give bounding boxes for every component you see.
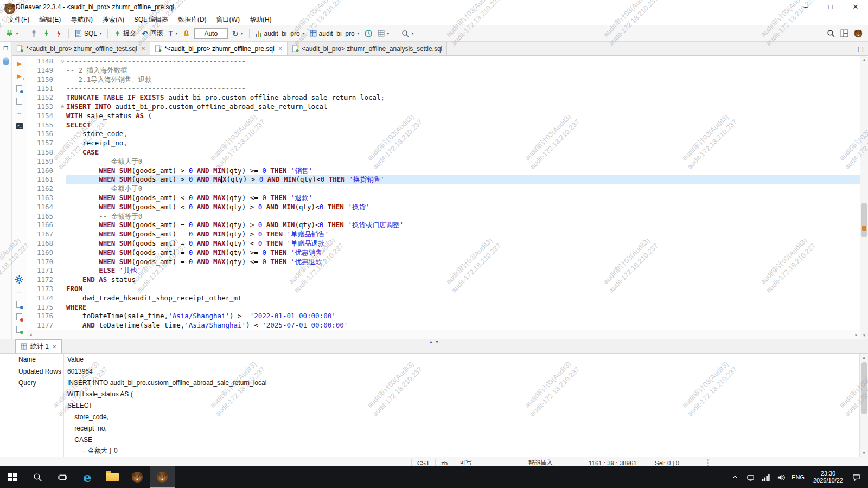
execute-new-tab-button[interactable] bbox=[15, 84, 24, 93]
commit-mode-select[interactable]: Auto bbox=[194, 28, 228, 39]
editor-tab-0[interactable]: *<audit_bi_pro> zhumr_offline_test.sql✕ bbox=[12, 42, 150, 55]
execute-statement-button[interactable]: ▶ bbox=[15, 59, 24, 68]
line-number[interactable]: 1161 bbox=[27, 175, 59, 184]
restore-view-icon[interactable]: ❐ bbox=[1, 44, 11, 53]
code-line[interactable]: 1168 WHEN SUM(goods_amt) = 0 AND MAX(qty… bbox=[27, 239, 860, 248]
sql-editor-button[interactable]: SQL ▾ bbox=[73, 29, 104, 38]
toolbar-search-button[interactable]: ▾ bbox=[399, 29, 416, 38]
maximize-window-button[interactable]: □ bbox=[818, 0, 843, 14]
sash-resize-handle[interactable]: ▲▼ bbox=[429, 339, 439, 344]
global-search-button[interactable] bbox=[825, 28, 837, 38]
more-actions-icon[interactable]: ⋯ bbox=[15, 109, 24, 118]
clear-script-button[interactable] bbox=[15, 312, 24, 321]
line-number[interactable]: 1163 bbox=[27, 194, 59, 203]
code-line[interactable]: 1161 WHEN SUM(goods_amt) > 0 AND MAX(qty… bbox=[27, 175, 860, 184]
open-console-button[interactable]: >_ bbox=[15, 121, 24, 130]
line-number[interactable]: 1173 bbox=[27, 285, 59, 294]
fold-collapse-icon[interactable]: ⊖ bbox=[59, 102, 66, 112]
scrollbar-thumb[interactable] bbox=[861, 362, 867, 414]
menu-item-4[interactable]: SQL 编辑器 bbox=[129, 14, 173, 25]
editor-settings-gear-icon[interactable] bbox=[15, 275, 24, 284]
code-line[interactable]: 1171 ELSE '其他' bbox=[27, 266, 860, 275]
code-line[interactable]: 1175WHERE bbox=[27, 303, 860, 312]
code-line[interactable]: 1177 AND toDateTime(sale_time,'Asia/Shan… bbox=[27, 321, 860, 330]
database-select[interactable]: audit_bi_pro ▾ bbox=[253, 29, 307, 38]
line-number[interactable]: 1170 bbox=[27, 258, 59, 267]
line-number[interactable]: 1175 bbox=[27, 303, 59, 312]
line-number[interactable]: 1172 bbox=[27, 275, 59, 285]
tab-statistics[interactable]: 统计 1 ✕ bbox=[15, 339, 62, 353]
tray-volume-icon[interactable] bbox=[773, 466, 788, 488]
menu-item-2[interactable]: 导航(N) bbox=[66, 14, 98, 25]
taskbar-edge-icon[interactable]: e bbox=[75, 466, 100, 488]
code-line[interactable]: 1153⊖INSERT INTO audit_bi_pro.custom_off… bbox=[27, 102, 860, 112]
scroll-up-icon[interactable]: ▴ bbox=[863, 355, 865, 360]
code-line[interactable]: 1156 store_code, bbox=[27, 130, 860, 139]
column-header[interactable]: Value bbox=[64, 354, 496, 365]
connect-button[interactable] bbox=[41, 29, 52, 38]
input-language-indicator[interactable]: ENG bbox=[788, 474, 808, 480]
tray-tablet-icon[interactable] bbox=[743, 466, 758, 488]
scrollbar-thumb[interactable] bbox=[861, 203, 867, 237]
code-line[interactable]: 1173FROM bbox=[27, 285, 860, 294]
code-line[interactable]: 1155SELECT bbox=[27, 121, 860, 130]
line-number[interactable]: 1168 bbox=[27, 239, 59, 248]
scroll-right-icon[interactable]: ▸ bbox=[855, 332, 858, 337]
code-line[interactable]: 1149-- 2 插入海外数据 bbox=[27, 66, 860, 75]
line-number[interactable]: 1150 bbox=[27, 75, 59, 85]
maximize-view-icon[interactable]: ▢ bbox=[858, 45, 864, 53]
tray-chevron-icon[interactable] bbox=[727, 466, 743, 488]
more-actions-icon[interactable]: ⋯ bbox=[15, 287, 24, 296]
line-number[interactable]: 1164 bbox=[27, 203, 59, 212]
dbeaver-logo[interactable] bbox=[852, 27, 865, 40]
action-center-icon[interactable] bbox=[848, 466, 864, 488]
code-line[interactable]: 1157 receipt_no, bbox=[27, 139, 860, 148]
line-number[interactable]: 1171 bbox=[27, 266, 59, 275]
status-language[interactable]: zh bbox=[435, 459, 454, 466]
line-number[interactable]: 1148 bbox=[27, 57, 59, 66]
start-button[interactable] bbox=[0, 466, 25, 488]
taskbar-dbeaver-icon-active[interactable] bbox=[150, 466, 175, 488]
line-number[interactable]: 1158 bbox=[27, 148, 59, 157]
table-row[interactable]: CASE bbox=[15, 434, 858, 445]
line-number[interactable]: 1159 bbox=[27, 157, 59, 166]
line-number[interactable]: 1160 bbox=[27, 166, 59, 176]
editor-tab-2[interactable]: <audit_bi_pro> zhumr_offline_analysis_se… bbox=[288, 42, 447, 55]
close-icon[interactable]: ✕ bbox=[52, 344, 56, 350]
new-connection-button[interactable]: ▾ bbox=[3, 28, 20, 38]
perspective-layout-button[interactable] bbox=[838, 28, 851, 38]
menu-item-1[interactable]: 编辑(E) bbox=[34, 14, 66, 25]
taskbar-clock[interactable]: 23:30 2025/10/22 bbox=[808, 470, 848, 484]
line-number[interactable]: 1162 bbox=[27, 184, 59, 194]
line-number[interactable]: 1169 bbox=[27, 248, 59, 258]
line-number[interactable]: 1177 bbox=[27, 321, 59, 330]
code-line[interactable]: 1152TRUNCATE TABLE IF EXISTS audit_bi_pr… bbox=[27, 93, 860, 102]
fold-collapse-icon[interactable]: ⊖ bbox=[59, 57, 66, 66]
status-writable[interactable]: 可写 bbox=[454, 459, 522, 466]
table-row[interactable]: receipt_no, bbox=[15, 422, 858, 434]
code-line[interactable]: 1159 -- 金额大于0 bbox=[27, 157, 860, 166]
taskbar-dbeaver-icon[interactable] bbox=[125, 466, 150, 488]
disconnect-button[interactable] bbox=[53, 29, 65, 38]
code-line[interactable]: 1170 WHEN SUM(goods_amt) = 0 AND MAX(qty… bbox=[27, 258, 860, 267]
schema-select[interactable]: audit_bi_pro ▾ bbox=[308, 29, 361, 38]
commit-button[interactable]: 提交 bbox=[112, 28, 138, 39]
save-script-button[interactable] bbox=[15, 325, 24, 333]
code-editor[interactable]: 1148⊖-----------------------------------… bbox=[27, 56, 860, 339]
scroll-down-icon[interactable]: ▾ bbox=[863, 332, 866, 338]
line-number[interactable]: 1165 bbox=[27, 212, 59, 221]
line-number[interactable]: 1155 bbox=[27, 121, 59, 130]
scroll-up-icon[interactable]: ▴ bbox=[863, 57, 866, 62]
code-line[interactable]: 1164 WHEN SUM(goods_amt) < 0 AND MAX(qty… bbox=[27, 203, 860, 212]
table-row[interactable]: WITH sale_status AS ( bbox=[15, 388, 858, 400]
code-line[interactable]: 1154WITH sale_status AS ( bbox=[27, 112, 860, 121]
line-number[interactable]: 1149 bbox=[27, 66, 59, 75]
code-line[interactable]: 1166 WHEN SUM(goods_amt) = 0 AND MAX(qty… bbox=[27, 221, 860, 230]
status-selection[interactable]: Sel: 0 | 0 bbox=[649, 459, 703, 466]
table-row[interactable]: Updated Rows6013964 bbox=[15, 365, 858, 377]
code-line[interactable]: 1169 WHEN SUM(goods_amt) = 0 AND MIN(qty… bbox=[27, 248, 860, 258]
line-number[interactable]: 1152 bbox=[27, 93, 59, 102]
task-view-button[interactable] bbox=[50, 466, 75, 488]
code-line[interactable]: 1162 -- 金额小于0 bbox=[27, 184, 860, 194]
status-insert-mode[interactable]: 智能插入 bbox=[522, 459, 583, 466]
